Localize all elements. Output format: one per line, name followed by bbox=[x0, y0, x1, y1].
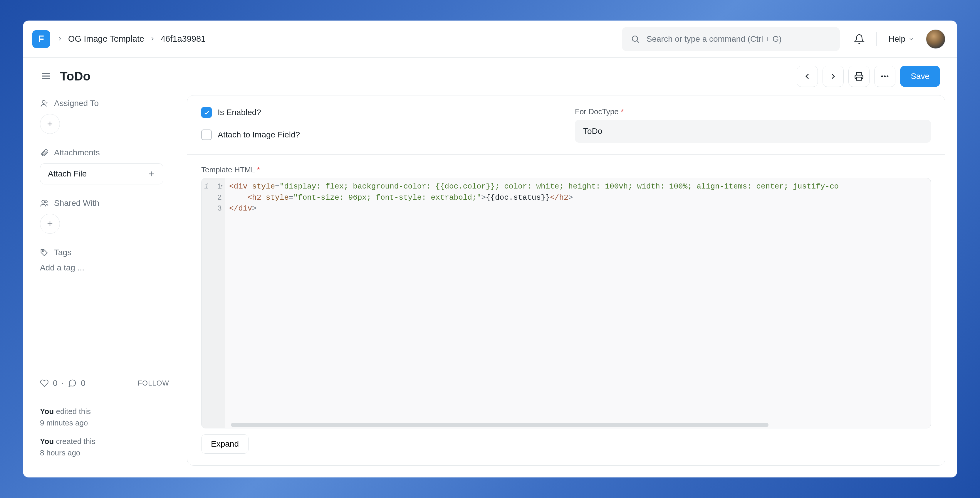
plus-icon bbox=[46, 120, 54, 128]
svg-line-1 bbox=[637, 41, 639, 42]
svg-point-16 bbox=[42, 200, 45, 203]
attach-file-button[interactable]: Attach File bbox=[40, 163, 163, 184]
svg-rect-5 bbox=[857, 77, 861, 81]
attach-image-checkbox[interactable]: Attach to Image Field? bbox=[201, 130, 557, 140]
like-count: 0 bbox=[53, 379, 57, 388]
next-button[interactable] bbox=[822, 66, 844, 87]
code-editor[interactable]: i 1▾ 2 3 <div style="display: flex; back… bbox=[201, 178, 931, 428]
svg-point-7 bbox=[885, 76, 885, 77]
avatar[interactable] bbox=[926, 29, 945, 49]
breadcrumb-current[interactable]: 46f1a39981 bbox=[161, 34, 206, 44]
code-content[interactable]: <div style="display: flex; background-co… bbox=[225, 178, 843, 428]
search-input[interactable] bbox=[647, 34, 831, 44]
attach-image-label: Attach to Image Field? bbox=[218, 130, 300, 140]
shared-with-heading: Shared With bbox=[40, 198, 169, 208]
for-doctype-input[interactable]: ToDo bbox=[575, 120, 931, 143]
breadcrumb: OG Image Template 46f1a39981 bbox=[57, 34, 206, 44]
page-title: ToDo bbox=[60, 69, 91, 83]
page-header: ToDo Save bbox=[23, 57, 957, 95]
svg-point-0 bbox=[633, 36, 638, 41]
chevron-down-icon bbox=[908, 36, 914, 42]
is-enabled-label: Is Enabled? bbox=[218, 108, 261, 117]
tag-icon bbox=[40, 248, 49, 257]
prev-button[interactable] bbox=[797, 66, 818, 87]
plus-icon bbox=[46, 220, 54, 228]
comment-icon[interactable] bbox=[68, 379, 77, 388]
notifications-button[interactable] bbox=[854, 34, 865, 44]
more-button[interactable] bbox=[874, 66, 896, 87]
topbar: F OG Image Template 46f1a39981 Help bbox=[23, 21, 957, 57]
attachments-heading: Attachments bbox=[40, 148, 169, 157]
checkbox-checked-icon bbox=[201, 107, 212, 118]
checkbox-unchecked-icon bbox=[201, 130, 212, 140]
chevron-right-icon bbox=[57, 34, 63, 44]
plus-icon bbox=[147, 170, 155, 178]
svg-point-6 bbox=[881, 76, 883, 77]
follow-button[interactable]: FOLLOW bbox=[138, 379, 169, 387]
chevron-right-icon bbox=[829, 71, 838, 81]
search-box[interactable] bbox=[622, 27, 840, 51]
comment-count: 0 bbox=[81, 379, 86, 388]
chevron-right-icon bbox=[150, 34, 155, 44]
more-horizontal-icon bbox=[880, 71, 889, 81]
users-icon bbox=[40, 199, 49, 208]
search-icon bbox=[631, 34, 640, 44]
is-enabled-checkbox[interactable]: Is Enabled? bbox=[201, 107, 557, 118]
help-label: Help bbox=[888, 34, 905, 44]
help-menu[interactable]: Help bbox=[888, 34, 914, 44]
gutter-info: i bbox=[202, 178, 212, 428]
printer-icon bbox=[854, 71, 864, 81]
add-assignee-button[interactable] bbox=[40, 114, 60, 134]
svg-point-17 bbox=[45, 201, 48, 203]
line-gutter: 1▾ 2 3 bbox=[212, 178, 225, 428]
for-doctype-label: For DocType * bbox=[575, 107, 931, 116]
save-button[interactable]: Save bbox=[900, 66, 940, 87]
form-card: Is Enabled? Attach to Image Field? For D… bbox=[187, 95, 945, 466]
svg-point-9 bbox=[42, 100, 45, 103]
print-button[interactable] bbox=[848, 66, 870, 87]
bell-icon bbox=[854, 34, 865, 44]
paperclip-icon bbox=[40, 148, 49, 157]
horizontal-scrollbar[interactable] bbox=[231, 423, 768, 427]
template-html-label: Template HTML * bbox=[201, 165, 931, 174]
chevron-left-icon bbox=[803, 71, 812, 81]
timeline-entry: You created this 8 hours ago bbox=[40, 436, 169, 458]
sidebar-toggle[interactable] bbox=[40, 70, 52, 83]
add-tag-input[interactable]: Add a tag ... bbox=[40, 263, 169, 273]
app-logo[interactable]: F bbox=[32, 30, 50, 48]
expand-button[interactable]: Expand bbox=[201, 434, 248, 454]
menu-icon bbox=[40, 70, 52, 82]
timeline-entry: You edited this 9 minutes ago bbox=[40, 406, 169, 429]
svg-point-8 bbox=[887, 76, 888, 77]
add-share-button[interactable] bbox=[40, 214, 60, 234]
svg-point-20 bbox=[42, 251, 43, 252]
assigned-to-heading: Assigned To bbox=[40, 99, 169, 108]
user-plus-icon bbox=[40, 99, 49, 108]
divider bbox=[876, 32, 877, 46]
tags-heading: Tags bbox=[40, 248, 169, 257]
sidebar: Assigned To Attachments Attach File bbox=[40, 95, 169, 466]
heart-icon[interactable] bbox=[40, 379, 49, 388]
breadcrumb-parent[interactable]: OG Image Template bbox=[68, 34, 144, 44]
